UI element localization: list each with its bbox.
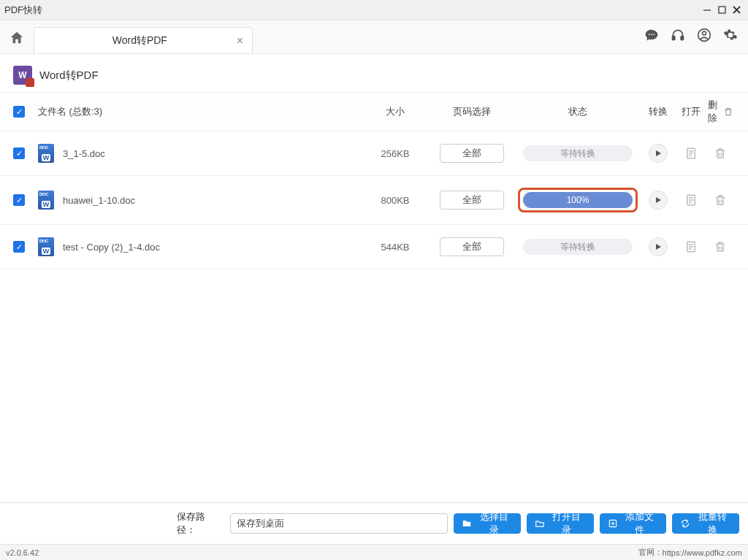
toolbar-right — [643, 26, 739, 44]
maximize-button[interactable] — [714, 3, 729, 18]
row-checkbox[interactable]: ✓ — [13, 194, 25, 206]
delete-row-icon[interactable] — [711, 191, 729, 209]
status-wrapper: 100% — [518, 188, 638, 212]
batch-convert-label: 批量转换 — [693, 510, 731, 537]
file-size: 256KB — [362, 148, 428, 159]
delete-row-icon[interactable] — [711, 238, 729, 256]
delete-row-icon[interactable] — [711, 145, 729, 162]
col-open: 打开 — [676, 105, 706, 118]
filename: 3_1-5.doc — [63, 148, 105, 159]
doc-icon: W — [38, 144, 54, 163]
table-row: ✓ W huawei_1-10.doc 800KB 全部 100% — [0, 176, 748, 225]
save-path-input[interactable] — [230, 513, 449, 534]
statusbar: v2.0.6.42 官网： https://www.pdfkz.com — [0, 544, 748, 560]
word-doc-icon: W — [13, 66, 32, 85]
col-filename: 文件名 (总数:3) — [38, 105, 362, 118]
file-size: 800KB — [362, 195, 428, 206]
svg-point-10 — [703, 31, 706, 35]
tab-close-icon[interactable]: × — [237, 34, 243, 47]
svg-point-5 — [651, 34, 652, 35]
status-wrapper: 等待转换 — [521, 143, 635, 164]
svg-marker-25 — [656, 244, 661, 250]
page-select-button[interactable]: 全部 — [440, 144, 504, 163]
choose-dir-button[interactable]: 选择目录 — [454, 513, 521, 534]
page-select-button[interactable]: 全部 — [440, 237, 504, 256]
col-delete-label: 删除 — [706, 99, 720, 125]
version-label: v2.0.6.42 — [6, 548, 39, 557]
site-label: 官网： — [638, 547, 663, 558]
doc-icon: W — [38, 237, 54, 256]
svg-point-4 — [649, 34, 650, 35]
open-dir-button[interactable]: 打开目录 — [527, 513, 594, 534]
trash-icon[interactable] — [722, 103, 735, 120]
app-title: PDF快转 — [4, 4, 700, 17]
page-header: W Word转PDF — [0, 54, 748, 92]
titlebar: PDF快转 — [0, 0, 748, 20]
list-header: ✓ 文件名 (总数:3) 大小 页码选择 状态 转换 打开 删除 — [0, 92, 748, 131]
filename: huawei_1-10.doc — [63, 195, 135, 206]
page-title: Word转PDF — [39, 69, 99, 83]
bottom-bar: 保存路径： 选择目录 打开目录 添加文件 批量转换 — [0, 502, 748, 544]
table-row: ✓ W test - Copy (2)_1-4.doc 544KB 全部 等待转… — [0, 225, 748, 269]
convert-button[interactable] — [649, 191, 668, 210]
open-file-icon[interactable] — [682, 145, 700, 162]
close-button[interactable] — [729, 3, 744, 18]
status-badge: 等待转换 — [523, 145, 633, 161]
choose-dir-label: 选择目录 — [475, 510, 513, 537]
svg-rect-7 — [673, 37, 675, 40]
open-file-icon[interactable] — [682, 238, 700, 256]
status-badge: 等待转换 — [523, 239, 633, 255]
col-convert: 转换 — [640, 105, 676, 118]
site-url[interactable]: https://www.pdfkz.com — [663, 548, 742, 557]
tab-title: Word转PDF — [43, 34, 237, 47]
file-size: 544KB — [362, 242, 428, 253]
add-file-label: 添加文件 — [621, 510, 659, 537]
col-status: 状态 — [516, 105, 640, 118]
row-checkbox[interactable]: ✓ — [13, 241, 25, 253]
svg-marker-11 — [656, 150, 661, 156]
toolbar: Word转PDF × — [0, 20, 748, 54]
minimize-button[interactable] — [700, 3, 714, 18]
svg-rect-8 — [681, 37, 683, 40]
status-wrapper: 等待转换 — [521, 237, 635, 257]
col-pages: 页码选择 — [428, 105, 516, 118]
convert-button[interactable] — [649, 237, 668, 256]
col-delete: 删除 — [706, 99, 735, 125]
svg-point-6 — [654, 34, 655, 35]
filename: test - Copy (2)_1-4.doc — [63, 242, 160, 253]
chat-icon[interactable] — [643, 26, 660, 44]
home-icon[interactable] — [6, 27, 28, 49]
gear-icon[interactable] — [722, 26, 739, 44]
add-file-button[interactable]: 添加文件 — [600, 513, 667, 534]
col-size: 大小 — [362, 105, 428, 118]
row-checkbox[interactable]: ✓ — [13, 147, 25, 159]
open-dir-label: 打开目录 — [548, 510, 586, 537]
convert-button[interactable] — [649, 144, 668, 163]
status-badge: 100% — [523, 192, 633, 208]
select-all-checkbox[interactable]: ✓ — [13, 106, 25, 118]
page-select-button[interactable]: 全部 — [440, 191, 504, 210]
batch-convert-button[interactable]: 批量转换 — [672, 513, 739, 534]
main-area: W Word转PDF ✓ 文件名 (总数:3) 大小 页码选择 状态 转换 打开… — [0, 54, 748, 502]
headset-icon[interactable] — [669, 26, 687, 44]
doc-icon: W — [38, 191, 54, 210]
list-body: ✓ W 3_1-5.doc 256KB 全部 等待转换 ✓ — [0, 131, 748, 269]
svg-rect-1 — [719, 7, 725, 13]
svg-marker-18 — [656, 197, 661, 203]
open-file-icon[interactable] — [682, 191, 700, 209]
account-icon[interactable] — [695, 26, 713, 44]
tab-word-to-pdf[interactable]: Word转PDF × — [34, 27, 253, 53]
table-row: ✓ W 3_1-5.doc 256KB 全部 等待转换 — [0, 131, 748, 176]
save-path-label: 保存路径： — [177, 510, 224, 537]
